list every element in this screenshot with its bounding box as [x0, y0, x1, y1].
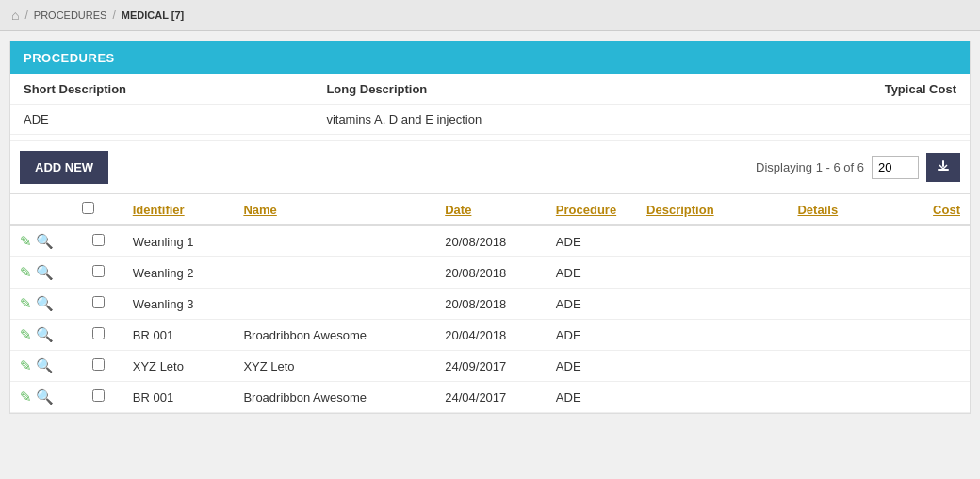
breadcrumb: ⌂ / PROCEDURES / MEDICAL [7]	[0, 0, 980, 31]
row-actions: ✎ 🔍	[10, 382, 73, 413]
col-date-header: Date	[435, 194, 547, 226]
procedure-info-table: Short Description Long Description Typic…	[10, 74, 970, 135]
row-name	[234, 225, 435, 257]
section-header: PROCEDURES	[10, 41, 970, 74]
row-actions: ✎ 🔍	[10, 320, 73, 351]
row-checkbox-cell	[73, 351, 122, 382]
row-date: 20/04/2018	[435, 320, 547, 351]
row-identifier: Weanling 3	[123, 289, 235, 320]
add-new-button[interactable]: ADD NEW	[20, 151, 108, 184]
row-description	[637, 289, 788, 320]
row-name: XYZ Leto	[234, 351, 435, 382]
row-details	[788, 289, 889, 320]
proc-long-desc: vitamins A, D and E injection	[313, 105, 739, 135]
description-sort[interactable]: Description	[646, 203, 714, 217]
row-cost	[889, 257, 970, 289]
edit-icon[interactable]: ✎	[20, 326, 32, 343]
row-checkbox-cell	[73, 320, 122, 351]
toolbar: ADD NEW Displaying 1 - 6 of 6	[10, 140, 970, 193]
row-description	[637, 382, 788, 413]
row-description	[637, 225, 788, 257]
edit-icon[interactable]: ✎	[20, 357, 32, 374]
row-checkbox-cell	[73, 382, 122, 413]
pagination-area: Displaying 1 - 6 of 6	[756, 153, 960, 182]
table-row: ✎ 🔍 Weanling 3 20/08/2018 ADE	[10, 289, 970, 320]
row-description	[637, 351, 788, 382]
row-procedure: ADE	[547, 382, 637, 413]
row-description	[637, 320, 788, 351]
row-checkbox[interactable]	[92, 327, 105, 339]
select-all-checkbox[interactable]	[82, 202, 94, 214]
col-identifier-header: Identifier	[123, 194, 235, 226]
name-sort[interactable]: Name	[243, 203, 276, 217]
row-procedure: ADE	[547, 320, 637, 351]
row-details	[788, 351, 889, 382]
row-checkbox[interactable]	[92, 358, 105, 371]
svg-rect-1	[942, 160, 944, 167]
edit-icon[interactable]: ✎	[20, 388, 32, 405]
cost-sort[interactable]: Cost	[933, 203, 960, 217]
row-cost	[889, 225, 970, 257]
edit-icon[interactable]: ✎	[20, 295, 32, 312]
proc-short-desc: ADE	[10, 105, 313, 135]
row-name: Broadribbon Awesome	[234, 320, 435, 351]
row-checkbox[interactable]	[92, 296, 105, 308]
view-icon[interactable]: 🔍	[36, 295, 54, 312]
row-identifier: Weanling 2	[123, 257, 235, 289]
table-row: ✎ 🔍 BR 001 Broadribbon Awesome 24/04/201…	[10, 382, 970, 413]
displaying-text: Displaying 1 - 6 of 6	[756, 160, 864, 174]
date-sort[interactable]: Date	[445, 203, 471, 217]
row-identifier: XYZ Leto	[123, 351, 235, 382]
row-date: 24/09/2017	[435, 351, 547, 382]
procedure-sort[interactable]: Procedure	[556, 203, 616, 217]
row-cost	[889, 351, 970, 382]
row-checkbox[interactable]	[92, 234, 105, 246]
row-checkbox-cell	[73, 289, 122, 320]
breadcrumb-procedures[interactable]: PROCEDURES	[34, 9, 107, 21]
procedure-info-row: ADE vitamins A, D and E injection	[10, 105, 970, 135]
details-sort[interactable]: Details	[797, 203, 838, 217]
row-details	[788, 382, 889, 413]
row-details	[788, 257, 889, 289]
home-icon[interactable]: ⌂	[11, 8, 19, 23]
col-typical-cost: Typical Cost	[739, 74, 970, 105]
row-procedure: ADE	[547, 225, 637, 257]
row-identifier: Weanling 1	[123, 225, 235, 257]
edit-icon[interactable]: ✎	[20, 264, 32, 281]
row-checkbox[interactable]	[92, 389, 105, 402]
row-cost	[889, 289, 970, 320]
col-name-header: Name	[234, 194, 435, 226]
row-cost	[889, 382, 970, 413]
col-short-description: Short Description	[10, 74, 313, 105]
export-button[interactable]	[926, 153, 960, 182]
row-date: 20/08/2018	[435, 257, 547, 289]
col-long-description: Long Description	[313, 74, 739, 105]
view-icon[interactable]: 🔍	[36, 233, 54, 250]
table-row: ✎ 🔍 Weanling 2 20/08/2018 ADE	[10, 257, 970, 289]
data-table: Identifier Name Date Procedure Descripti…	[10, 193, 970, 413]
row-actions: ✎ 🔍	[10, 289, 73, 320]
row-checkbox-cell	[73, 225, 122, 257]
edit-icon[interactable]: ✎	[20, 233, 32, 250]
row-name	[234, 257, 435, 289]
view-icon[interactable]: 🔍	[36, 388, 54, 405]
table-row: ✎ 🔍 Weanling 1 20/08/2018 ADE	[10, 225, 970, 257]
identifier-sort[interactable]: Identifier	[133, 203, 185, 217]
table-row: ✎ 🔍 XYZ Leto XYZ Leto 24/09/2017 ADE	[10, 351, 970, 382]
main-content: PROCEDURES Short Description Long Descri…	[9, 41, 971, 414]
view-icon[interactable]: 🔍	[36, 326, 54, 343]
row-date: 24/04/2017	[435, 382, 547, 413]
row-checkbox[interactable]	[92, 265, 105, 277]
row-identifier: BR 001	[123, 320, 235, 351]
col-description-header: Description	[637, 194, 788, 226]
view-icon[interactable]: 🔍	[36, 264, 54, 281]
col-cost-header: Cost	[889, 194, 970, 226]
row-cost	[889, 320, 970, 351]
row-procedure: ADE	[547, 351, 637, 382]
row-date: 20/08/2018	[435, 289, 547, 320]
page-size-input[interactable]	[872, 156, 919, 179]
view-icon[interactable]: 🔍	[36, 357, 54, 374]
row-procedure: ADE	[547, 289, 637, 320]
row-description	[637, 257, 788, 289]
row-identifier: BR 001	[123, 382, 235, 413]
